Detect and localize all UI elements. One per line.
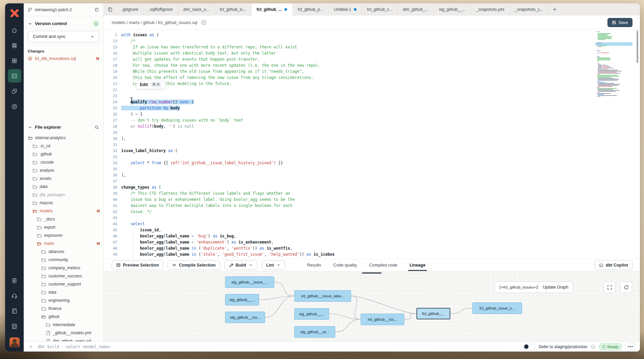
- dbt-copilot-button[interactable]: dbt Copilot: [595, 260, 632, 270]
- code-line-22[interactable]: 22: [104, 87, 640, 93]
- tree-item-_docs[interactable]: _docs: [24, 215, 103, 223]
- chevron-down-icon[interactable]: [28, 125, 33, 130]
- editor-scrollbar[interactable]: [637, 30, 638, 63]
- command-input[interactable]: dbt build --select <model_name>: [38, 344, 111, 349]
- code-line-42[interactable]: 42 issue. */: [104, 209, 640, 215]
- copy-icon[interactable]: [94, 7, 99, 12]
- editor-tab-fct_github_p...[interactable]: fct_github_p...: [293, 3, 328, 16]
- code-line-25[interactable]: 25 partition by body: [104, 105, 640, 111]
- rail-layers-icon[interactable]: [8, 39, 21, 52]
- tree-item-customer_support[interactable]: customer_support: [24, 280, 103, 288]
- lineage-selector-input[interactable]: 2+fct_github_issues+2: [495, 282, 538, 293]
- tree-item-.vscode[interactable]: .vscode: [24, 158, 103, 166]
- preview-selection-button[interactable]: Preview Selection: [112, 260, 163, 270]
- rail-panel-icon[interactable]: [8, 319, 21, 333]
- editor-tab-Untitled-1[interactable]: Untitled-1: [329, 3, 362, 16]
- minimap[interactable]: [597, 31, 631, 97]
- status-badge[interactable]: Ready: [599, 343, 622, 351]
- rail-grid-icon[interactable]: [8, 54, 21, 67]
- rail-windows-icon[interactable]: [8, 84, 21, 98]
- editor-tab-_snapshots.yml[interactable]: _snapshots.yml: [471, 3, 510, 16]
- tree-item-customer_success[interactable]: customer_success: [24, 272, 103, 280]
- panel-tab-lineage[interactable]: Lineage: [409, 259, 425, 271]
- tree-item-exposures[interactable]: exposures: [24, 231, 103, 239]
- tree-item-assets[interactable]: assets: [24, 174, 103, 183]
- tree-item-.github[interactable]: .github: [24, 150, 103, 158]
- build-button[interactable]: Build: [224, 260, 257, 270]
- tree-item-engineering[interactable]: engineering: [24, 296, 103, 304]
- editor-tab-stg_github__...[interactable]: stg_github__...: [434, 3, 471, 16]
- tree-item-company_metrics[interactable]: company_metrics: [24, 264, 103, 272]
- info-icon[interactable]: [591, 344, 595, 349]
- lineage-node-n2[interactable]: stg_github__...: [225, 294, 259, 305]
- save-button[interactable]: Save: [607, 18, 633, 27]
- code-line-43[interactable]: 43: [104, 215, 640, 221]
- user-avatar[interactable]: [9, 337, 20, 347]
- code-line-36[interactable]: 36),: [104, 172, 640, 178]
- code-line-30[interactable]: 30),: [104, 135, 640, 142]
- lineage-node-n5[interactable]: stg_github__...: [294, 308, 329, 320]
- compile-selection-button[interactable]: Compile Selection: [168, 260, 220, 270]
- tree-item-intermediate[interactable]: intermediate: [24, 321, 103, 329]
- tree-item-dim_github_users.sql[interactable]: dim_github_users.sql: [24, 337, 103, 341]
- editor-tab-dim_slack_u...[interactable]: dim_slack_u...: [178, 3, 215, 16]
- code-line-17[interactable]: 17 will get updates for events that happ…: [104, 56, 640, 62]
- refresh-button[interactable]: [620, 281, 632, 293]
- dbt-logo-icon[interactable]: [9, 8, 20, 18]
- code-line-37[interactable]: 37: [104, 178, 640, 184]
- code-line-46[interactable]: 46 boolor_agg(label_name = 'bug') as is_…: [104, 233, 640, 239]
- code-line-16[interactable]: 16 multiple issues with identical body t…: [104, 50, 640, 56]
- update-graph-button[interactable]: Update Graph: [538, 282, 573, 293]
- code-line-47[interactable]: 47 boolor_agg(label_name = 'enhancement'…: [104, 239, 640, 245]
- tree-item-analysis[interactable]: analysis: [24, 166, 103, 174]
- code-line-26[interactable]: 26 ) = 1: [104, 111, 640, 117]
- lineage-node-n4[interactable]: int_github__issue_labe...: [294, 290, 351, 302]
- code-line-38[interactable]: 38change_types as (: [104, 184, 640, 190]
- code-line-40[interactable]: 40 issue has a bug or enhancement label.…: [104, 196, 640, 203]
- tree-item-marts[interactable]: martsM: [24, 239, 103, 248]
- code-line-27[interactable]: 27 -- don't try deduping issues with no …: [104, 117, 640, 123]
- more-options-button[interactable]: •••: [626, 343, 635, 351]
- panel-resize-handle[interactable]: [362, 272, 382, 274]
- lineage-node-n9[interactable]: fct_github_issue_s...: [472, 302, 522, 314]
- rail-develop-icon[interactable]: [8, 69, 21, 83]
- rail-home-icon[interactable]: [8, 23, 21, 37]
- commit-and-sync-button[interactable]: Commit and sync: [28, 31, 99, 42]
- code-line-35[interactable]: 35: [104, 166, 640, 172]
- code-line-34[interactable]: 34 select * from {{ ref('int_github__iss…: [104, 160, 640, 166]
- editor-tab-fct_github_c...[interactable]: fct_github_c...: [362, 3, 398, 16]
- tree-item-github[interactable]: github: [24, 313, 103, 321]
- rail-clipboard-icon[interactable]: [8, 274, 21, 287]
- tree-item-.ci_cd[interactable]: .ci_cd: [24, 142, 103, 150]
- new-tab-button[interactable]: +: [549, 3, 561, 16]
- editor-tab-.sqlfluffignore[interactable]: .sqlfluffignore: [144, 3, 178, 16]
- tree-item-_github__models.yml[interactable]: _github__models.yml: [24, 329, 103, 337]
- editor-tab-fct_github_is...[interactable]: fct_github_is...: [215, 3, 251, 16]
- changed-file-row[interactable]: fct_dbt_invocations.sqlM: [28, 56, 99, 61]
- tree-item-internal-analytics[interactable]: internal-analytics: [24, 134, 103, 142]
- lineage-node-n3[interactable]: stg_github__iss...: [225, 312, 265, 323]
- code-line-31[interactable]: 31: [104, 142, 640, 148]
- code-line-24[interactable]: 24 qualify row_number() over (: [104, 99, 640, 105]
- tree-item-finance[interactable]: finance: [24, 304, 103, 313]
- code-line-1[interactable]: 1with issues as (: [104, 32, 640, 38]
- edit-tooltip[interactable]: Edit ⌘ B: [136, 80, 165, 89]
- code-line-32[interactable]: 32issue_label_history as (: [104, 148, 640, 154]
- defer-toggle[interactable]: [523, 344, 535, 350]
- tree-item-alliances[interactable]: alliances: [24, 248, 103, 256]
- pages-icon[interactable]: [104, 3, 116, 16]
- lineage-canvas[interactable]: stg_github__issue_...stg_github__...stg_…: [104, 271, 640, 341]
- tree-item-data[interactable]: data: [24, 183, 103, 191]
- code-line-21[interactable]: 21 Let's revisit this modeling in the fu…: [104, 81, 640, 87]
- panel-tab-compiled-code[interactable]: Compiled code: [369, 259, 397, 271]
- code-line-45[interactable]: 45 issue_id,: [104, 227, 640, 233]
- rail-compass-icon[interactable]: [8, 100, 21, 113]
- lint-button[interactable]: Lint: [262, 260, 285, 270]
- code-line-33[interactable]: 33: [104, 154, 640, 160]
- code-line-20[interactable]: 20 this has the effect of removing the n…: [104, 75, 640, 81]
- code-editor[interactable]: 1with issues as (13 /*15 If an issue has…: [104, 30, 640, 259]
- code-line-39[interactable]: 39 /* This CTE flattens the different is…: [104, 190, 640, 196]
- chevron-down-icon[interactable]: [28, 21, 33, 26]
- lineage-node-n7[interactable]: int_github__iss...: [361, 314, 404, 325]
- editor-tab-.gitignore[interactable]: .gitignore: [116, 3, 144, 16]
